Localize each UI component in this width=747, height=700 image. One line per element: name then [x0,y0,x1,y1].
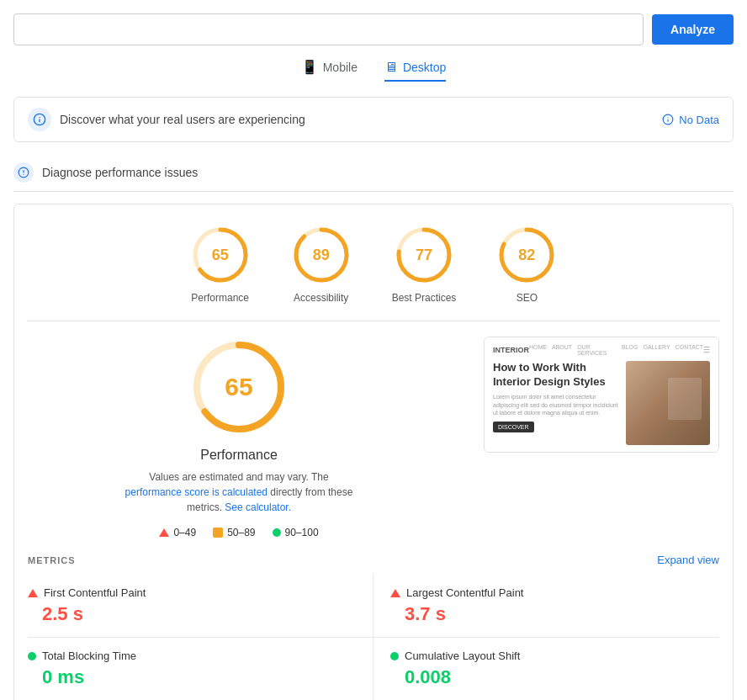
legend-item-mid: 50–89 [213,527,255,538]
perf-note-pre: Values are estimated and may vary. The [149,471,328,483]
legend-item-low: 0–49 [159,527,196,538]
score-item-accessibility[interactable]: 89 Accessibility [291,225,352,304]
legend-range-mid: 50–89 [227,527,255,538]
score-item-best-practices[interactable]: 77 Best Practices [392,225,457,304]
score-value-best-practices: 77 [416,247,432,264]
mock-heading: How to Work With Interior Design Styles [493,361,619,390]
metric-icon-cls [390,652,399,660]
metric-cls: Cumulative Layout Shift 0.008 [374,638,719,700]
analyze-button[interactable]: Analyze [652,14,734,45]
perf-link-calc[interactable]: See calculator. [225,501,291,513]
legend-item-high: 90–100 [273,527,319,538]
page-screenshot: INTERIOR HOME ABOUT OUR SERVICES BLOG GA… [484,337,719,453]
mobile-icon: 📱 [301,59,318,75]
metric-name-tbt: Total Blocking Time [42,650,136,662]
mock-text: How to Work With Interior Design Styles … [493,361,619,445]
circle-accessibility: 89 [291,225,352,285]
perf-link-score[interactable]: performance score is calculated [125,486,268,498]
score-label-performance: Performance [191,292,249,304]
score-value-seo: 82 [518,247,535,264]
circle-performance: 65 [190,225,251,285]
svg-point-1 [39,117,40,118]
legend-range-low: 0–49 [173,527,196,538]
no-data-label: No Data [679,114,719,126]
score-item-seo[interactable]: 82 SEO [496,225,557,304]
url-bar: http://he-tests.com/ Analyze [13,13,734,45]
info-small-icon [662,114,674,125]
tab-desktop-label: Desktop [403,61,446,74]
screenshot-mock: INTERIOR HOME ABOUT OUR SERVICES BLOG GA… [485,337,718,452]
score-label-seo: SEO [517,292,538,304]
metric-name-lcp: Largest Contentful Paint [406,586,523,599]
score-value-accessibility: 89 [313,247,330,264]
metric-icon-lcp [390,589,400,597]
score-divider [28,321,719,321]
performance-detail: 65 Performance Values are estimated and … [28,337,719,538]
svg-rect-5 [668,119,669,122]
circle-seo: 82 [496,225,557,285]
info-icon [28,108,51,131]
tab-mobile-label: Mobile [323,61,358,74]
tab-mobile[interactable]: 📱 Mobile [301,59,358,82]
score-label-best-practices: Best Practices [392,292,457,304]
mock-nav: INTERIOR HOME ABOUT OUR SERVICES BLOG GA… [493,344,710,356]
mock-image [626,361,710,445]
metric-value-fcp: 2.5 s [42,603,356,625]
mock-body: Lorem ipsum dolor sit amet consectetur a… [493,393,619,417]
big-circle-performance: 65 [188,337,289,438]
metrics-header: METRICS Expand view [28,554,719,566]
svg-point-4 [668,117,669,118]
circle-best-practices: 77 [394,225,454,285]
metric-icon-tbt [28,652,36,660]
diagnose-text: Diagnose performance issues [42,166,198,179]
mock-nav-links: HOME ABOUT OUR SERVICES BLOG GALLERY CON… [529,344,703,356]
info-bar-text: Discover what your real users are experi… [60,113,305,126]
metric-name-cls: Cumulative Layout Shift [405,650,520,662]
score-legend: 0–49 50–89 90–100 [159,527,318,538]
mock-content: How to Work With Interior Design Styles … [493,361,710,445]
legend-triangle-icon [159,528,169,537]
score-circles-row: 65 Performance 89 Accessibility 77 [28,225,719,304]
device-tabs: 📱 Mobile 🖥 Desktop [13,59,734,82]
no-data-button[interactable]: No Data [662,114,719,126]
metric-value-cls: 0.008 [405,666,719,688]
metric-tbt: Total Blocking Time 0 ms [28,638,374,700]
metric-lcp: Largest Contentful Paint 3.7 s [374,575,719,638]
score-value-performance: 65 [212,247,229,264]
info-bar: Discover what your real users are experi… [13,97,734,142]
metric-value-lcp: 3.7 s [405,603,719,625]
expand-view-button[interactable]: Expand view [657,554,719,566]
metric-name-fcp: First Contentful Paint [44,586,146,599]
mock-cta: DISCOVER [493,422,534,432]
metric-value-tbt: 0 ms [42,666,356,688]
performance-note: Values are estimated and may vary. The p… [121,469,357,515]
metrics-label: METRICS [28,555,76,565]
url-input[interactable]: http://he-tests.com/ [13,13,644,45]
performance-left: 65 Performance Values are estimated and … [28,337,450,538]
diagnose-icon [13,162,34,183]
score-item-performance[interactable]: 65 Performance [190,225,251,304]
big-score-value: 65 [225,373,252,401]
tab-desktop[interactable]: 🖥 Desktop [384,59,446,82]
score-label-accessibility: Accessibility [294,292,348,304]
legend-range-high: 90–100 [285,527,319,538]
desktop-icon: 🖥 [384,60,398,75]
score-card: 65 Performance 89 Accessibility 77 [13,204,734,700]
diagnose-bar: Diagnose performance issues [13,154,734,192]
legend-circle-icon [273,528,281,537]
legend-square-icon [213,528,223,538]
svg-rect-2 [39,119,40,122]
performance-title: Performance [200,448,278,463]
mock-logo: INTERIOR [493,346,529,354]
metrics-grid: First Contentful Paint 2.5 s Largest Con… [28,575,719,700]
metric-icon-fcp [28,589,38,597]
metric-fcp: First Contentful Paint 2.5 s [28,575,374,638]
